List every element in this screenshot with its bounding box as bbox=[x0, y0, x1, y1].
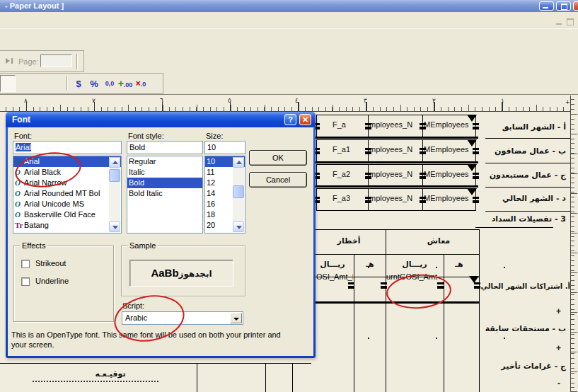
ruler-mark: ٤ bbox=[295, 97, 299, 104]
anchor-triangle-icon bbox=[469, 276, 479, 283]
add-decimal-button[interactable]: +.00 bbox=[117, 75, 133, 92]
minimize-button[interactable] bbox=[539, 1, 554, 11]
help-button[interactable]: ? bbox=[284, 114, 296, 125]
mdi-minimize-ghost-icon bbox=[555, 18, 564, 25]
header-halala[interactable]: هـ bbox=[446, 260, 472, 269]
align-right-button[interactable] bbox=[31, 75, 47, 92]
strikeout-label: Strikeout bbox=[35, 259, 66, 267]
style-list-item[interactable]: Bold Italic bbox=[127, 188, 202, 199]
font-list-item[interactable]: OArial Unicode MS bbox=[13, 199, 121, 209]
ruler-mark: ٣ bbox=[364, 97, 367, 104]
scrollbar-thumb[interactable] bbox=[109, 169, 120, 182]
label-signature[interactable]: توقيـعـه bbox=[68, 369, 153, 379]
header-riyal[interactable]: ريـــال bbox=[393, 260, 436, 269]
next-page-button[interactable] bbox=[4, 55, 16, 67]
align-center-button[interactable] bbox=[16, 75, 31, 92]
currency-format-button[interactable]: $ bbox=[71, 75, 86, 92]
label-current-month[interactable]: د - الشهر الحالي bbox=[487, 194, 566, 203]
report-row-added-workers[interactable]: F_a1 mployees_N MEmployees bbox=[316, 139, 476, 162]
thousands-format-button[interactable]: 0,0 bbox=[102, 75, 117, 92]
cancel-button[interactable]: Cancel bbox=[249, 172, 307, 188]
minus-sign: - bbox=[557, 379, 560, 388]
font-name-input[interactable]: Arial bbox=[13, 141, 122, 154]
font-style-list[interactable]: Regular Italic Bold Bold Italic bbox=[127, 156, 203, 234]
field-f-a2[interactable]: F_a2 bbox=[333, 170, 350, 178]
close-button[interactable]: ✕ bbox=[573, 1, 578, 11]
dollar-icon: $ bbox=[76, 79, 81, 89]
header-risks[interactable]: أخطار bbox=[324, 236, 374, 246]
style-list-item[interactable]: Italic bbox=[127, 167, 202, 178]
remove-decimal-button[interactable]: ×.0 bbox=[133, 75, 149, 92]
opentype-icon: O bbox=[15, 188, 24, 199]
opentype-icon: O bbox=[15, 209, 24, 220]
report-row-current-month[interactable]: F_a3 mployees_N MEmployees bbox=[316, 188, 476, 211]
field-employees-n[interactable]: mployees_N bbox=[369, 170, 421, 178]
field-f-a3[interactable]: F_a3 bbox=[333, 194, 350, 202]
header-riyal[interactable]: ريـــال bbox=[315, 260, 350, 269]
effects-group-label: Effects bbox=[20, 241, 47, 250]
scroll-up-button[interactable] bbox=[109, 157, 120, 168]
font-list-scrollbar[interactable] bbox=[109, 157, 120, 232]
report-row-previous-month[interactable]: F_a mployees_N MEmployees bbox=[316, 115, 476, 137]
bar-icon bbox=[11, 58, 13, 64]
toolbar-separator bbox=[67, 76, 67, 91]
page-input[interactable] bbox=[40, 54, 72, 67]
field-f-a1[interactable]: F_a1 bbox=[333, 145, 350, 154]
scrollbar-thumb[interactable] bbox=[233, 185, 244, 198]
ruler-origin-mark: + bbox=[565, 99, 570, 105]
field-gosi-amt-n[interactable]: OSI_Amt_N bbox=[316, 272, 353, 281]
size-list-scrollbar[interactable] bbox=[233, 157, 244, 232]
strikeout-checkbox[interactable] bbox=[21, 260, 30, 268]
label-added-workers[interactable]: ب - عمال مضافون bbox=[487, 146, 566, 156]
truetype-icon: Tr bbox=[15, 220, 24, 231]
font-list-item[interactable]: TrBatang bbox=[13, 220, 121, 231]
chevron-down-icon bbox=[233, 318, 239, 321]
report-row-removed-workers[interactable]: F_a2 mployees_N MEmployees bbox=[316, 164, 476, 187]
font-list-item[interactable]: OBaskerville Old Face bbox=[13, 209, 121, 220]
format-toolbar: $ % 0,0 +.00 ×.0 bbox=[0, 73, 163, 94]
scroll-down-button[interactable] bbox=[233, 221, 244, 232]
align-left-button[interactable] bbox=[0, 75, 16, 92]
field-f-a[interactable]: F_a bbox=[333, 120, 346, 129]
percent-icon: % bbox=[90, 79, 98, 89]
label-payment-details[interactable]: 3 - تفصيلات السداد bbox=[475, 214, 566, 224]
scroll-up-button[interactable] bbox=[233, 157, 244, 168]
align-justify-button[interactable] bbox=[47, 75, 62, 92]
style-list-item[interactable]: Bold bbox=[127, 178, 202, 188]
label-current-contributions[interactable]: أ. اشتراكات الشهر الحالي bbox=[481, 282, 570, 290]
field-employees-n[interactable]: mployees_N bbox=[369, 120, 421, 129]
label-previous-month[interactable]: أ - الشهر السابق bbox=[487, 122, 566, 132]
plus-sign: + bbox=[556, 306, 561, 316]
header-pension[interactable]: معاش bbox=[407, 236, 470, 246]
font-list-item[interactable]: OArial Rounded MT Bol bbox=[13, 188, 121, 199]
plus-sign: + bbox=[556, 343, 561, 353]
dialog-close-button[interactable]: ✕ bbox=[299, 114, 311, 125]
payment-table: أخطار معاش ريـــال هـ ريـــال هـ OSI_Amt… bbox=[311, 229, 480, 392]
sample-group-label: Sample bbox=[127, 241, 158, 250]
ruler-mark: ١ bbox=[501, 97, 504, 104]
percent-format-button[interactable]: % bbox=[86, 75, 102, 92]
restore-button[interactable] bbox=[556, 1, 571, 11]
page-label: Page: bbox=[18, 57, 39, 66]
size-list[interactable]: 10 11 12 14 16 18 20 bbox=[204, 156, 245, 234]
menu-band bbox=[0, 12, 578, 29]
field-employees-n[interactable]: mployees_N bbox=[369, 194, 421, 202]
anchor-triangle-icon bbox=[467, 164, 477, 171]
effects-group: Effects Strikeout Underline bbox=[13, 246, 114, 322]
scroll-down-button[interactable] bbox=[109, 221, 120, 232]
ok-button[interactable]: OK bbox=[249, 150, 307, 166]
label-removed-workers[interactable]: ج - عمال مستبعدون bbox=[487, 171, 566, 180]
size-input[interactable]: 10 bbox=[204, 141, 245, 154]
label-late-fines[interactable]: ج - غرامات تأخير bbox=[475, 362, 566, 371]
underline-label: Underline bbox=[35, 277, 69, 285]
style-list-item[interactable]: Regular bbox=[127, 156, 202, 167]
underline-checkbox[interactable] bbox=[21, 277, 30, 286]
sample-group: Sample AaBbابجدهوز bbox=[121, 246, 245, 296]
dropdown-button[interactable] bbox=[230, 313, 242, 323]
font-style-input[interactable]: Bold bbox=[127, 141, 203, 154]
header-halala[interactable]: هـ bbox=[357, 260, 383, 269]
chevron-down-icon bbox=[112, 226, 118, 229]
label-previous-dues[interactable]: ب - مستحقات سابقة bbox=[475, 324, 566, 333]
field-employees-n[interactable]: mployees_N bbox=[369, 145, 421, 154]
font-dialog-titlebar[interactable]: Font ? ✕ bbox=[6, 112, 316, 127]
